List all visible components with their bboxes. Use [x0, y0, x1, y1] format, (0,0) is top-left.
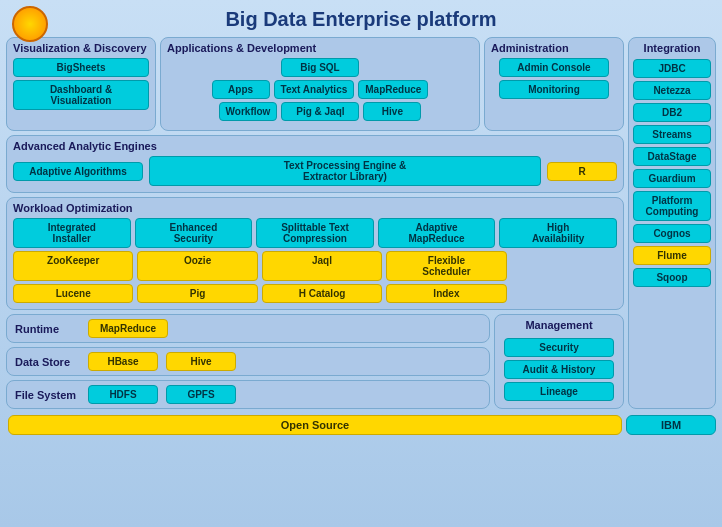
flume-button[interactable]: Flume	[633, 246, 711, 265]
r-button[interactable]: R	[547, 162, 617, 181]
oozie-button[interactable]: Oozie	[137, 251, 257, 281]
pig-button[interactable]: Pig	[137, 284, 257, 303]
apps-button[interactable]: Apps	[212, 80, 270, 99]
hive-button[interactable]: Hive	[363, 102, 421, 121]
dashboard-button[interactable]: Dashboard & Visualization	[13, 80, 149, 110]
platform-computing-button[interactable]: Platform Computing	[633, 191, 711, 221]
integrated-installer-button[interactable]: Integrated Installer	[13, 218, 131, 248]
viz-title: Visualization & Discovery	[13, 42, 149, 54]
viz-section: Visualization & Discovery BigSheets Dash…	[6, 37, 156, 131]
hdfs-button[interactable]: HDFS	[88, 385, 158, 404]
workload-title: Workload Optimization	[13, 202, 617, 214]
workload-grid: Integrated Installer Enhanced Security S…	[13, 218, 617, 303]
adaptive-mapreduce-button[interactable]: Adaptive MapReduce	[378, 218, 496, 248]
datastage-button[interactable]: DataStage	[633, 147, 711, 166]
ibm-label: IBM	[626, 415, 716, 435]
high-availability-button[interactable]: High Availability	[499, 218, 617, 248]
analytic-section: Advanced Analytic Engines Adaptive Algor…	[6, 135, 624, 193]
bigsql-button[interactable]: Big SQL	[281, 58, 359, 77]
flexible-scheduler-button[interactable]: Flexible Scheduler	[386, 251, 506, 281]
analytic-title: Advanced Analytic Engines	[13, 140, 617, 152]
pig-jaql-button[interactable]: Pig & Jaql	[281, 102, 359, 121]
app-section: Applications & Development Big SQL Apps …	[160, 37, 480, 131]
page-wrapper: Big Data Enterprise platform Visualizati…	[0, 0, 722, 527]
runtime-row: Runtime MapReduce	[6, 314, 490, 343]
zookeeper-button[interactable]: ZooKeeper	[13, 251, 133, 281]
app-top: Big SQL	[167, 58, 473, 77]
datastore-row: Data Store HBase Hive	[6, 347, 490, 376]
page-title: Big Data Enterprise platform	[225, 8, 496, 31]
audit-history-button[interactable]: Audit & History	[504, 360, 614, 379]
runtime-label: Runtime	[15, 323, 80, 335]
top-row: Visualization & Discovery BigSheets Dash…	[6, 37, 624, 131]
netezza-button[interactable]: Netezza	[633, 81, 711, 100]
left-panel: Visualization & Discovery BigSheets Dash…	[6, 37, 624, 409]
open-source-label: Open Source	[8, 415, 622, 435]
streams-button[interactable]: Streams	[633, 125, 711, 144]
viz-buttons: BigSheets Dashboard & Visualization	[13, 58, 149, 110]
h-catalog-button[interactable]: H Catalog	[262, 284, 382, 303]
admin-title: Administration	[491, 42, 617, 54]
guardium-button[interactable]: Guardium	[633, 169, 711, 188]
lucene-button[interactable]: Lucene	[13, 284, 133, 303]
text-analytics-button[interactable]: Text Analytics	[274, 80, 355, 99]
footer-row: Open Source IBM	[0, 413, 722, 437]
splittable-text-button[interactable]: Splittable Text Compression	[256, 218, 374, 248]
management-title: Management	[525, 319, 592, 331]
workload-row1: Integrated Installer Enhanced Security S…	[13, 218, 617, 248]
text-processing-button[interactable]: Text Processing Engine & Extractor Libra…	[149, 156, 541, 186]
security-button[interactable]: Security	[504, 338, 614, 357]
app-row1: Apps Text Analytics MapReduce	[167, 80, 473, 99]
workload-row2: ZooKeeper Oozie Jaql Flexible Scheduler	[13, 251, 617, 281]
db2-button[interactable]: DB2	[633, 103, 711, 122]
filesystem-row: File System HDFS GPFS	[6, 380, 490, 409]
workflow-button[interactable]: Workflow	[219, 102, 278, 121]
mapreduce-button[interactable]: MapReduce	[358, 80, 428, 99]
cognos-button[interactable]: Cognos	[633, 224, 711, 243]
bigsheets-button[interactable]: BigSheets	[13, 58, 149, 77]
analytic-row: Adaptive Algorithms Text Processing Engi…	[13, 156, 617, 186]
hbase-button[interactable]: HBase	[88, 352, 158, 371]
enhanced-security-button[interactable]: Enhanced Security	[135, 218, 253, 248]
mapreduce-runtime-button[interactable]: MapReduce	[88, 319, 168, 338]
monitoring-button[interactable]: Monitoring	[499, 80, 609, 99]
main-content: Visualization & Discovery BigSheets Dash…	[0, 35, 722, 413]
logo-icon	[12, 6, 48, 42]
app-title: Applications & Development	[167, 42, 473, 54]
jdbc-button[interactable]: JDBC	[633, 59, 711, 78]
admin-buttons: Admin Console Monitoring	[491, 58, 617, 99]
gpfs-button[interactable]: GPFS	[166, 385, 236, 404]
index-button[interactable]: Index	[386, 284, 506, 303]
integration-title: Integration	[644, 42, 701, 54]
filesystem-label: File System	[15, 389, 80, 401]
header: Big Data Enterprise platform	[0, 0, 722, 35]
hive-datastore-button[interactable]: Hive	[166, 352, 236, 371]
lineage-button[interactable]: Lineage	[504, 382, 614, 401]
workload-section: Workload Optimization Integrated Install…	[6, 197, 624, 310]
bottom-area: Runtime MapReduce Data Store HBase Hive …	[6, 314, 624, 409]
admin-section: Administration Admin Console Monitoring	[484, 37, 624, 131]
sqoop-button[interactable]: Sqoop	[633, 268, 711, 287]
management-section: Management Security Audit & History Line…	[494, 314, 624, 409]
datastore-label: Data Store	[15, 356, 80, 368]
workload-row3: Lucene Pig H Catalog Index	[13, 284, 617, 303]
jaql-button[interactable]: Jaql	[262, 251, 382, 281]
app-row2: Workflow Pig & Jaql Hive	[167, 102, 473, 121]
admin-console-button[interactable]: Admin Console	[499, 58, 609, 77]
runtime-store-fs: Runtime MapReduce Data Store HBase Hive …	[6, 314, 490, 409]
integration-panel: Integration JDBC Netezza DB2 Streams Dat…	[628, 37, 716, 409]
adaptive-algorithms-button[interactable]: Adaptive Algorithms	[13, 162, 143, 181]
